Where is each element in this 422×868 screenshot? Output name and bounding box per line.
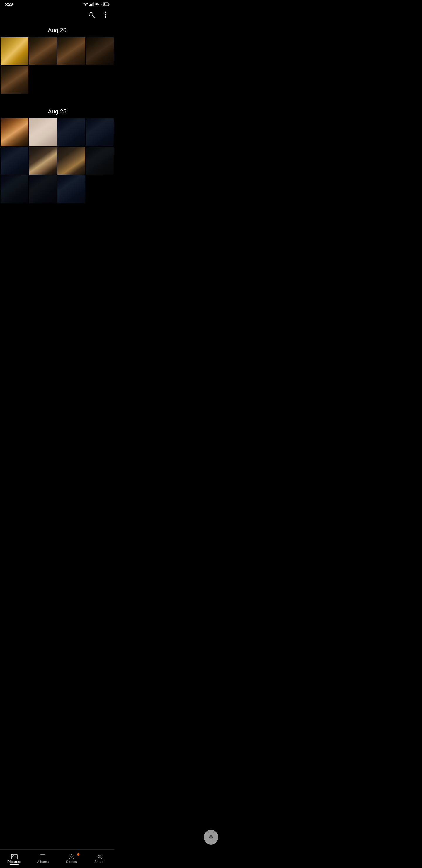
section-date-aug26: Aug 26 <box>0 21 114 37</box>
photo-aug25-10[interactable] <box>29 175 57 203</box>
section-date-aug25: Aug 25 <box>0 102 114 119</box>
more-options-button[interactable] <box>101 10 109 19</box>
photo-grid-aug25 <box>0 119 114 203</box>
svg-rect-2 <box>90 4 91 6</box>
battery-percentage: 36% <box>95 2 102 6</box>
svg-rect-3 <box>91 3 92 6</box>
photo-aug26-2[interactable] <box>29 37 57 65</box>
photo-grid-aug26 <box>0 37 114 94</box>
photo-aug26-3[interactable] <box>58 37 85 65</box>
photo-aug25-4[interactable] <box>86 119 114 146</box>
photo-aug26-4[interactable] <box>86 37 114 65</box>
photo-aug25-8[interactable] <box>86 147 114 175</box>
wifi-icon <box>83 2 88 6</box>
svg-rect-8 <box>104 3 105 5</box>
svg-line-10 <box>93 16 95 18</box>
photo-aug25-1[interactable] <box>1 119 28 146</box>
photo-feed: Aug 26 Aug 25 <box>0 21 114 227</box>
svg-point-11 <box>105 12 106 13</box>
photo-aug26-5[interactable] <box>1 66 28 94</box>
photo-aug25-5[interactable] <box>1 147 28 175</box>
photo-aug26-1[interactable] <box>1 37 28 65</box>
photo-aug25-6[interactable] <box>29 147 57 175</box>
svg-rect-1 <box>89 5 90 6</box>
photo-aug25-3[interactable] <box>58 119 85 146</box>
photo-aug25-9[interactable] <box>1 175 28 203</box>
signal-icon <box>89 2 94 6</box>
svg-rect-7 <box>109 3 109 5</box>
svg-point-13 <box>105 17 106 18</box>
photo-aug25-2[interactable] <box>29 119 57 146</box>
svg-rect-5 <box>93 2 94 6</box>
svg-point-12 <box>105 14 106 16</box>
svg-rect-4 <box>92 3 93 6</box>
status-bar: 5:29 36% <box>0 0 114 8</box>
status-time: 5:29 <box>5 2 13 6</box>
header-actions <box>0 8 114 21</box>
battery-icon <box>103 2 109 6</box>
search-button[interactable] <box>87 10 96 19</box>
svg-point-0 <box>85 5 86 6</box>
photo-aug25-7[interactable] <box>58 147 85 175</box>
section-aug26: Aug 26 <box>0 21 114 94</box>
status-icons: 36% <box>83 2 109 6</box>
photo-aug25-11[interactable] <box>58 175 85 203</box>
section-aug25: Aug 25 <box>0 102 114 203</box>
